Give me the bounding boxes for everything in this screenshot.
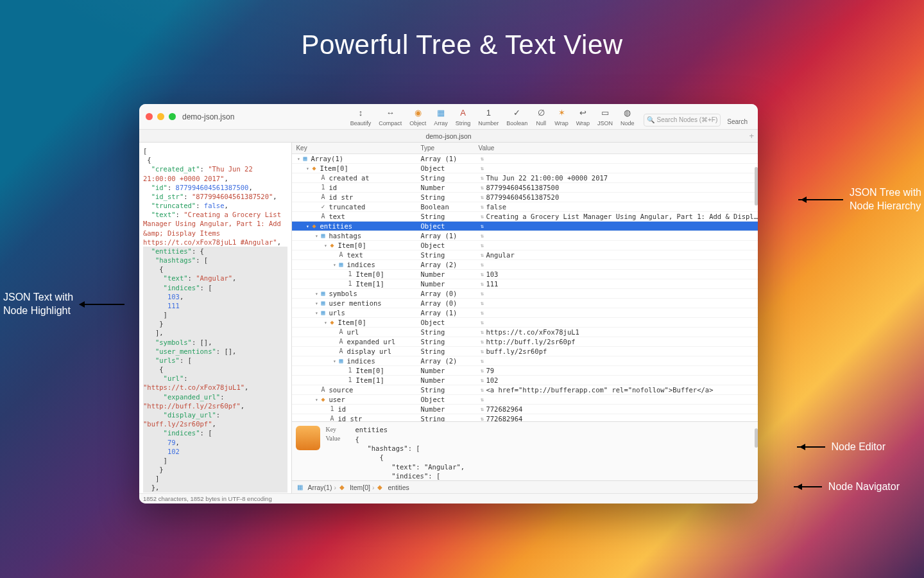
tree-row[interactable]: ▾◆entitiesObject⇅ [292, 222, 758, 231]
stepper-icon[interactable]: ⇅ [478, 232, 486, 239]
expand-icon[interactable]: ▾ [332, 358, 337, 364]
tree-row[interactable]: ▾◆Item[0]Object⇅ [292, 164, 758, 173]
stepper-icon[interactable]: ⇅ [478, 300, 486, 306]
tree-row[interactable]: Aid_strString⇅877994604561387520 [292, 193, 758, 202]
expand-icon[interactable]: ▾ [314, 233, 319, 239]
tree-row[interactable]: AtextString⇅Angular [292, 250, 758, 260]
stepper-icon[interactable]: ⇅ [478, 271, 486, 277]
tree-row[interactable]: ▾▦symbolsArray (0)⇅ [292, 289, 758, 299]
tree-row[interactable]: ▾◆userObject⇅ [292, 395, 758, 405]
expand-icon[interactable]: ▾ [332, 262, 337, 268]
search-button[interactable]: Search [723, 117, 751, 127]
add-tab-button[interactable]: + [749, 131, 754, 141]
tree-body[interactable]: ▾▦Array(1)Array (1)⇅▾◆Item[0]Object⇅Acre… [292, 154, 758, 421]
expand-icon[interactable]: ▾ [305, 223, 310, 229]
column-key[interactable]: Key [292, 144, 420, 152]
scrollbar-handle[interactable] [755, 428, 758, 448]
breadcrumb-item[interactable]: ◆entities [376, 484, 409, 491]
column-type[interactable]: Type [420, 144, 478, 152]
stepper-icon[interactable]: ⇅ [478, 319, 486, 326]
stepper-icon[interactable]: ⇅ [478, 396, 486, 403]
stepper-icon[interactable]: ⇅ [478, 290, 486, 297]
tree-row[interactable]: ✓truncatedBoolean⇅false [292, 202, 758, 212]
toolbar-object-button[interactable]: ◉Object [407, 107, 429, 127]
stepper-icon[interactable]: ⇅ [478, 204, 486, 210]
tree-key: indices [346, 357, 375, 365]
search-input[interactable]: 🔍Search Nodes (⌘+F) [644, 114, 721, 127]
toolbar-node-button[interactable]: ◍Node [618, 107, 637, 127]
tree-row[interactable]: ▾▦Array(1)Array (1)⇅ [292, 154, 758, 164]
stepper-icon[interactable]: ⇅ [478, 155, 486, 162]
stepper-icon[interactable]: ⇅ [478, 184, 486, 191]
tree-row[interactable]: AurlString⇅https://t.co/xFox78juL1 [292, 328, 758, 337]
stepper-icon[interactable]: ⇅ [478, 406, 486, 412]
document-tab[interactable]: demo-json.json [425, 132, 471, 140]
stepper-icon[interactable]: ⇅ [478, 194, 486, 200]
tree-row[interactable]: Acreated_atString⇅Thu Jun 22 21:00:00 +0… [292, 173, 758, 183]
stepper-icon[interactable]: ⇅ [478, 175, 486, 181]
tree-row[interactable]: Aexpanded_urlString⇅http://buff.ly/2sr60… [292, 337, 758, 347]
maximize-button[interactable] [169, 113, 176, 120]
stepper-icon[interactable]: ⇅ [478, 387, 486, 393]
tree-row[interactable]: Aid_strString⇅772682964 [292, 414, 758, 421]
toolbar-json-button[interactable]: ▭JSON [595, 107, 615, 127]
stepper-icon[interactable]: ⇅ [478, 223, 486, 229]
expand-icon[interactable]: ▾ [314, 310, 319, 316]
expand-icon[interactable]: ▾ [323, 320, 328, 326]
breadcrumb-item[interactable]: ▦Array(1) [296, 484, 332, 491]
tree-row[interactable]: ▾▦user_mentionsArray (0)⇅ [292, 299, 758, 308]
expand-icon[interactable]: ▾ [314, 301, 319, 306]
toolbar-array-button[interactable]: ▦Array [431, 107, 450, 127]
tree-row[interactable]: Adisplay_urlString⇅buff.ly/2sr60pf [292, 347, 758, 356]
stepper-icon[interactable]: ⇅ [478, 242, 486, 249]
tree-row[interactable]: ▾▦indicesArray (2)⇅ [292, 260, 758, 270]
stepper-icon[interactable]: ⇅ [478, 377, 486, 383]
minimize-button[interactable] [157, 113, 164, 120]
stepper-icon[interactable]: ⇅ [478, 252, 486, 258]
tree-row[interactable]: AsourceString⇅<a href="http://bufferapp.… [292, 385, 758, 395]
scrollbar-handle[interactable] [755, 167, 758, 206]
expand-icon[interactable]: ▾ [305, 166, 310, 171]
toolbar-wrap-button[interactable]: ✶Wrap [552, 107, 570, 127]
json-text-pane[interactable]: [ { "created_at": "Thu Jun 22 21:00:00 +… [139, 143, 292, 493]
tree-row[interactable]: AtextString⇅Creating a Grocery List Mana… [292, 212, 758, 222]
editor-key-value[interactable]: entities [355, 426, 754, 434]
close-button[interactable] [146, 113, 153, 120]
stepper-icon[interactable]: ⇅ [478, 348, 486, 355]
stepper-icon[interactable]: ⇅ [478, 329, 486, 335]
tree-row[interactable]: 1idNumber⇅772682964 [292, 405, 758, 414]
tree-row[interactable]: 1Item[1]Number⇅102 [292, 376, 758, 385]
column-value[interactable]: Value [478, 144, 758, 152]
stepper-icon[interactable]: ⇅ [478, 367, 486, 374]
expand-icon[interactable]: ▾ [296, 156, 301, 162]
tree-row[interactable]: 1Item[1]Number⇅111 [292, 279, 758, 289]
stepper-icon[interactable]: ⇅ [478, 310, 486, 316]
toolbar-boolean-button[interactable]: ✓Boolean [504, 107, 530, 127]
stepper-icon[interactable]: ⇅ [478, 165, 486, 171]
stepper-icon[interactable]: ⇅ [478, 213, 486, 220]
tree-row[interactable]: ▾▦indicesArray (2)⇅ [292, 356, 758, 366]
toolbar-null-button[interactable]: ∅Null [533, 107, 549, 127]
toolbar-beautify-button[interactable]: ↕Beautify [348, 107, 374, 127]
stepper-icon[interactable]: ⇅ [478, 358, 486, 364]
tree-row[interactable]: 1idNumber⇅877994604561387500 [292, 183, 758, 193]
toolbar-wrap-button[interactable]: ↩Wrap [574, 107, 592, 127]
stepper-icon[interactable]: ⇅ [478, 261, 486, 268]
toolbar-compact-button[interactable]: ↔Compact [376, 107, 404, 127]
stepper-icon[interactable]: ⇅ [478, 416, 486, 421]
tree-row[interactable]: 1Item[0]Number⇅103 [292, 270, 758, 279]
tree-row[interactable]: ▾◆Item[0]Object⇅ [292, 241, 758, 250]
stepper-icon[interactable]: ⇅ [478, 281, 486, 287]
tree-row[interactable]: ▾▦urlsArray (1)⇅ [292, 308, 758, 318]
expand-icon[interactable]: ▾ [323, 243, 328, 249]
expand-icon[interactable]: ▾ [314, 291, 319, 297]
stepper-icon[interactable]: ⇅ [478, 338, 486, 345]
tree-row[interactable]: ▾◆Item[0]Object⇅ [292, 318, 758, 328]
breadcrumb-item[interactable]: ◆Item[0] [338, 484, 370, 491]
tree-row[interactable]: ▾▦hashtagsArray (1)⇅ [292, 231, 758, 241]
toolbar-string-button[interactable]: AString [453, 107, 474, 127]
tree-row[interactable]: 1Item[0]Number⇅79 [292, 366, 758, 376]
editor-value-body[interactable]: { "hashtags": [ { "text": "Angular", "in… [355, 435, 754, 480]
toolbar-number-button[interactable]: 1Number [475, 107, 501, 127]
expand-icon[interactable]: ▾ [314, 397, 319, 403]
